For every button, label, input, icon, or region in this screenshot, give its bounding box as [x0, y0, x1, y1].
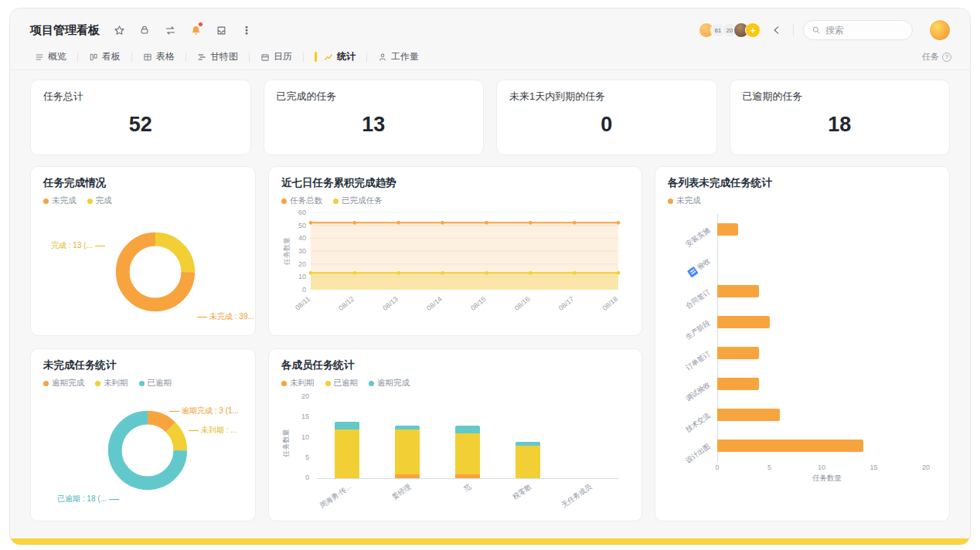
svg-text:50: 50 [298, 222, 306, 229]
bar-row: 订单签订 [668, 338, 937, 368]
member-stacked-bar-chart: 05101520任务数量周海勇-传...姜经理范税零散无任务成员 [281, 398, 629, 479]
stat-value: 0 [509, 104, 704, 145]
stacked-bar [516, 442, 540, 478]
svg-text:08/14: 08/14 [425, 295, 444, 312]
stat-card-row: 任务总计 52 已完成的任务 13 未来1天内到期的任务 0 已逾期的任务 18 [30, 80, 950, 155]
search-input[interactable] [825, 25, 903, 36]
bar [717, 316, 770, 328]
legend: 未到期 已逾期 逾期完成 [281, 378, 629, 389]
swap-icon[interactable] [163, 23, 177, 37]
card-seven-day-trend: 近七日任务累积完成趋势 任务总数 已完成任务 010203040506008/1… [268, 166, 642, 336]
svg-text:60: 60 [298, 209, 306, 216]
svg-text:08/15: 08/15 [469, 295, 488, 312]
table-icon [143, 53, 152, 62]
list-bar-chart: 安装实施验收合同签订生产阶段订单签订调试验收技术交流设计出图05101520任务… [668, 214, 937, 484]
svg-text:08/18: 08/18 [601, 295, 620, 312]
legend-dot [139, 381, 145, 386]
lock-icon[interactable] [138, 23, 151, 37]
page-title: 项目管理看板 [30, 23, 100, 38]
legend-dot [281, 199, 287, 204]
bar-row: 验收 [668, 245, 937, 276]
donut-label: 逾期完成 : 3 (1... [167, 406, 239, 416]
stat-value: 52 [43, 104, 238, 145]
bar-row: 技术交流 [668, 399, 937, 430]
legend: 任务总数 已完成任务 [281, 195, 629, 206]
tab-table[interactable]: 表格 [137, 44, 181, 70]
legend-dot [333, 199, 339, 204]
donut-label: 未到期 : ... [186, 425, 237, 436]
header-right: 61 20 + [699, 20, 950, 40]
stat-card-total-tasks: 任务总计 52 [30, 80, 251, 155]
legend: 逾期完成 未到期 已逾期 [43, 378, 243, 389]
chart-grid: 任务完成情况 未完成 完成 完成 : 13 (... 未完成 : 39... 近… [30, 166, 950, 521]
tab-overview[interactable]: 概览 [29, 44, 73, 70]
divider [793, 25, 794, 36]
overview-icon [35, 53, 44, 62]
bar-row: 合同签订 [668, 276, 937, 307]
inbox-icon[interactable] [214, 23, 228, 37]
donut-label: 已逾期 : 18 (... [57, 494, 121, 504]
header-toolbar: ⋮ [112, 23, 254, 37]
legend-dot [668, 199, 673, 204]
legend-dot [369, 381, 374, 386]
donut-label: 完成 : 13 (... [51, 240, 107, 251]
tab-board[interactable]: 看板 [83, 44, 127, 70]
tab-gantt[interactable]: 甘特图 [191, 44, 244, 70]
tabs-right: 任务 ? [922, 51, 951, 63]
user-avatar[interactable] [930, 20, 950, 40]
legend-dot [87, 199, 93, 204]
bar [717, 347, 759, 359]
legend: 未完成 完成 [43, 195, 243, 206]
donut [110, 226, 201, 317]
bar [717, 409, 780, 421]
member-avatar-stack: 61 20 + [699, 22, 761, 38]
help-icon[interactable]: ? [942, 53, 951, 62]
tab-stats[interactable]: 统计 [308, 44, 362, 70]
legend-dot [281, 381, 287, 386]
svg-text:0: 0 [302, 286, 306, 294]
donut-label: 未完成 : 39... [195, 311, 254, 322]
svg-text:20: 20 [298, 260, 306, 268]
calendar-icon [260, 53, 270, 62]
bottom-accent-strip [10, 538, 970, 545]
share-icon[interactable] [770, 23, 784, 37]
svg-text:08/12: 08/12 [337, 295, 356, 312]
stat-card-due-soon-tasks: 未来1天内到期的任务 0 [496, 80, 717, 155]
donut [102, 405, 193, 496]
stat-value: 18 [743, 104, 937, 145]
card-incomplete-stats: 未完成任务统计 逾期完成 未到期 已逾期 逾期完成 : 3 (1... 未到期 … [30, 348, 256, 521]
favorite-star-icon[interactable] [112, 23, 126, 37]
svg-text:40: 40 [298, 234, 306, 242]
trend-line-chart: 010203040506008/1108/1208/1308/1408/1508… [281, 206, 631, 322]
app-window: 项目管理看板 ⋮ 61 20 [9, 8, 971, 545]
active-tab-indicator [315, 52, 317, 62]
svg-text:08/13: 08/13 [381, 295, 400, 312]
legend-dot [95, 381, 100, 386]
svg-text:08/17: 08/17 [557, 295, 576, 312]
dashboard-main: 任务总计 52 已完成的任务 13 未来1天内到期的任务 0 已逾期的任务 18… [10, 70, 970, 521]
search-box[interactable] [803, 20, 913, 40]
notification-dot [198, 22, 203, 27]
bar-row: 生产阶段 [668, 307, 937, 338]
stats-chart-icon [324, 53, 333, 62]
notification-bell-icon[interactable] [189, 23, 202, 37]
tab-calendar[interactable]: 日历 [254, 44, 298, 70]
bar-row: 调试验收 [668, 368, 937, 399]
tab-workload[interactable]: 工作量 [372, 44, 425, 70]
svg-text:10: 10 [298, 273, 306, 280]
more-menu-icon[interactable]: ⋮ [240, 23, 254, 37]
card-member-stats: 各成员任务统计 未到期 已逾期 逾期完成 05101520任务数量周海勇-传..… [268, 348, 642, 521]
bar-row: 设计出图 [668, 430, 937, 461]
svg-text:08/11: 08/11 [294, 295, 311, 312]
card-task-completion: 任务完成情况 未完成 完成 完成 : 13 (... 未完成 : 39... [30, 166, 256, 336]
stacked-bar [395, 426, 420, 478]
legend: 未完成 [668, 195, 937, 206]
view-tab-bar: 概览 看板 表格 甘特图 日历 统计 工作量 [10, 44, 970, 70]
bar-row: 安装实施 [668, 214, 937, 245]
card-list-incomplete: 各列表未完成任务统计 未完成 安装实施验收合同签订生产阶段订单签订调试验收技术交… [655, 166, 950, 521]
svg-text:08/16: 08/16 [513, 295, 532, 312]
header: 项目管理看板 ⋮ 61 20 [10, 8, 970, 44]
incomplete-donut-chart: 逾期完成 : 3 (1... 未到期 : ... 已逾期 : 18 (... [43, 390, 243, 509]
add-member-button[interactable]: + [745, 22, 761, 38]
legend-dot [325, 381, 331, 386]
